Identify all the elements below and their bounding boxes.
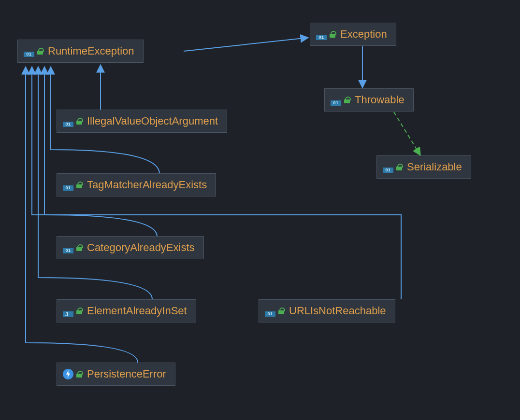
node-runtime-exception[interactable]: 01 RuntimeException [17, 40, 144, 63]
lock-icon [76, 118, 82, 125]
node-label: Exception [340, 28, 387, 41]
edge-runtimeexception-exception [184, 38, 308, 51]
node-label: RuntimeException [48, 45, 134, 57]
class-icon: 01 [24, 45, 43, 57]
node-category-already-exists[interactable]: 01 CategoryAlreadyExists [57, 236, 204, 259]
class-icon [63, 369, 82, 379]
module-file-icon: 01 [63, 115, 73, 127]
node-throwable[interactable]: 01 Throwable [324, 88, 414, 112]
lock-icon [396, 164, 402, 170]
module-file-icon: 01 [24, 45, 34, 57]
lock-icon [76, 308, 82, 314]
node-serializable[interactable]: 01 Serializable [376, 155, 471, 179]
class-icon: 01 [383, 161, 402, 173]
bolt-icon [63, 369, 73, 379]
node-label: Throwable [355, 94, 404, 106]
class-icon: 01 [265, 305, 284, 317]
node-tag-matcher-already-exists[interactable]: 01 TagMatcherAlreadyExists [57, 173, 216, 196]
node-label: PersistenceError [87, 368, 166, 380]
edge-throwable-serializable [394, 112, 420, 155]
node-label: Serializable [407, 161, 462, 173]
class-icon: 01 [316, 28, 335, 40]
class-icon: 01 [63, 115, 82, 127]
class-icon: 01 [331, 94, 350, 106]
edge-categoryalreadyexists-runtimeexception [44, 67, 157, 237]
module-file-icon: 01 [331, 94, 341, 106]
node-exception[interactable]: 01 Exception [310, 23, 396, 46]
module-file-icon: 01 [383, 161, 393, 173]
node-label: IllegalValueObjectArgument [87, 115, 218, 127]
lock-icon [278, 308, 284, 314]
module-file-icon: 01 [63, 242, 73, 253]
module-file-icon: 01 [265, 305, 275, 317]
java-file-icon: J [63, 305, 73, 317]
lock-icon [76, 371, 82, 378]
node-label: ElementAlreadyInSet [87, 305, 187, 317]
lock-icon [76, 244, 82, 251]
class-icon: 01 [63, 242, 82, 253]
node-label: TagMatcherAlreadyExists [87, 179, 207, 191]
module-file-icon: 01 [316, 28, 327, 40]
module-file-icon: 01 [63, 179, 73, 191]
node-label: URLIsNotReachable [289, 305, 386, 317]
lock-icon [76, 182, 82, 188]
node-element-already-in-set[interactable]: J ElementAlreadyInSet [57, 299, 196, 322]
node-url-is-not-reachable[interactable]: 01 URLIsNotReachable [259, 299, 395, 322]
lock-icon [330, 31, 335, 38]
lock-icon [344, 97, 350, 103]
diagram-canvas[interactable]: 01 RuntimeException 01 Exception 01 Thro… [0, 0, 520, 420]
node-persistence-error[interactable]: PersistenceError [57, 363, 175, 386]
class-icon: J [63, 305, 82, 317]
node-label: CategoryAlreadyExists [87, 241, 195, 254]
node-illegal-value-object-argument[interactable]: 01 IllegalValueObjectArgument [57, 110, 227, 133]
edges-layer [0, 0, 520, 420]
lock-icon [37, 48, 43, 55]
class-icon: 01 [63, 179, 82, 191]
